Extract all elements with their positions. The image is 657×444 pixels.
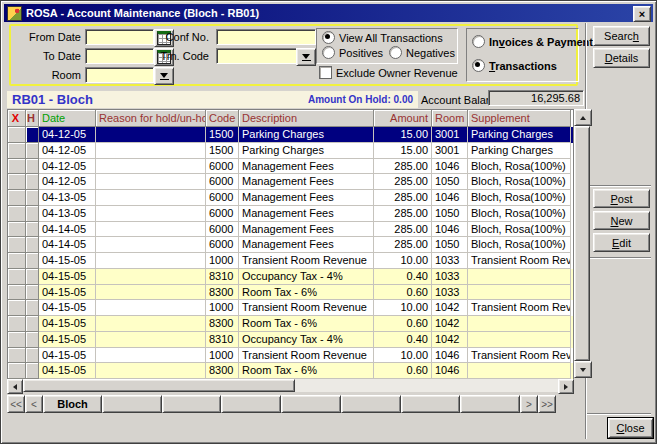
cell-supplement: Bloch, Rosa(100%) bbox=[468, 237, 571, 253]
cell-x bbox=[8, 159, 26, 175]
radio-transactions[interactable]: Transactions bbox=[472, 59, 557, 72]
table-row[interactable]: 04-14-056000Management Fees285.001046Blo… bbox=[8, 222, 573, 238]
first-account-button[interactable]: << bbox=[7, 395, 25, 413]
account-tab-empty[interactable] bbox=[102, 395, 162, 413]
panel-divider bbox=[587, 257, 651, 259]
cell-supplement bbox=[468, 285, 571, 301]
table-row[interactable]: 04-15-058300Room Tax - 6%0.601046 bbox=[8, 363, 573, 379]
title-bar[interactable]: ROSA - Account Maintenance (Bloch - RB01… bbox=[4, 4, 653, 22]
vertical-scrollbar-thumb[interactable] bbox=[574, 126, 590, 361]
cell-description: Occupancy Tax - 4% bbox=[239, 332, 374, 348]
cell-amount: 15.00 bbox=[374, 127, 432, 143]
cell-reason bbox=[96, 253, 206, 269]
new-button[interactable]: New bbox=[593, 211, 650, 230]
cell-room: 1046 bbox=[432, 363, 468, 379]
cell-amount: 0.60 bbox=[374, 316, 432, 332]
radio-label: Transactions bbox=[489, 60, 557, 72]
window-close-icon[interactable]: × bbox=[633, 6, 651, 22]
prev-account-button[interactable]: < bbox=[25, 395, 43, 413]
radio-view-all-transactions[interactable]: View All Transactions bbox=[322, 31, 443, 44]
scroll-left-icon[interactable] bbox=[7, 379, 23, 394]
scroll-right-icon[interactable] bbox=[558, 379, 574, 394]
details-button[interactable]: Details bbox=[593, 48, 650, 68]
radio-negatives[interactable]: Negatives bbox=[389, 46, 455, 59]
cell-code: 6000 bbox=[206, 206, 239, 222]
column-header-h: H bbox=[26, 110, 39, 127]
table-row[interactable]: 04-12-056000Management Fees285.001046Blo… bbox=[8, 159, 573, 175]
vertical-scrollbar[interactable] bbox=[574, 109, 590, 378]
table-row[interactable]: 04-15-051000Transient Room Revenue10.001… bbox=[8, 300, 573, 316]
horizontal-scrollbar-track[interactable] bbox=[295, 379, 558, 392]
account-tab-bloch[interactable]: Bloch bbox=[43, 395, 102, 413]
table-row[interactable]: 04-15-058310Occupancy Tax - 4%0.401042 bbox=[8, 332, 573, 348]
table-row[interactable]: 04-12-051500Parking Charges15.003001Park… bbox=[8, 127, 573, 143]
table-row[interactable]: 04-15-058310Occupancy Tax - 4%0.401033 bbox=[8, 269, 573, 285]
cell-room: 3001 bbox=[432, 143, 468, 159]
trn-code-dropdown-icon[interactable] bbox=[296, 48, 316, 66]
account-tab-empty[interactable] bbox=[401, 395, 461, 413]
last-account-button[interactable]: >> bbox=[538, 395, 556, 413]
panel-divider bbox=[587, 413, 651, 415]
account-tab-empty[interactable] bbox=[162, 395, 222, 413]
table-row[interactable]: 04-14-056000Management Fees285.001050Blo… bbox=[8, 237, 573, 253]
table-row[interactable]: 04-15-058300Room Tax - 6%0.601033 bbox=[8, 285, 573, 301]
account-tab-empty[interactable] bbox=[341, 395, 401, 413]
table-row[interactable]: 04-15-051000Transient Room Revenue10.001… bbox=[8, 348, 573, 364]
horizontal-scrollbar-thumb[interactable] bbox=[23, 379, 295, 392]
radio-positives[interactable]: Positives bbox=[322, 46, 383, 59]
room-dropdown-icon[interactable] bbox=[154, 67, 174, 85]
cell-reason bbox=[96, 143, 206, 159]
close-button[interactable]: Close bbox=[608, 418, 653, 438]
exclude-owner-revenue-checkbox[interactable]: Exclude Owner Revenue bbox=[319, 66, 458, 79]
cell-code: 1000 bbox=[206, 348, 239, 364]
search-button[interactable]: Search bbox=[593, 26, 650, 46]
cell-room: 1046 bbox=[432, 190, 468, 206]
radio-invoices-payments[interactable]: Invoices & Payments bbox=[472, 35, 599, 48]
trn-code-label: Trn. Code bbox=[139, 50, 209, 62]
post-button[interactable]: Post bbox=[593, 189, 650, 208]
transactions-table: XHDateReason for hold/un-holdCodeDescrip… bbox=[7, 109, 574, 380]
cell-supplement: Transient Room Revenue bbox=[468, 253, 571, 269]
cell-code: 8300 bbox=[206, 285, 239, 301]
cell-supplement: Transient Room Revenue bbox=[468, 348, 571, 364]
edit-button[interactable]: Edit bbox=[593, 233, 650, 252]
cell-amount: 15.00 bbox=[374, 143, 432, 159]
cell-amount: 285.00 bbox=[374, 174, 432, 190]
trn-code-input[interactable] bbox=[216, 48, 298, 64]
panel-divider bbox=[587, 185, 651, 187]
account-tab-empty[interactable] bbox=[221, 395, 281, 413]
account-header-band: RB01 - Bloch Amount On Hold: 0.00 bbox=[7, 91, 418, 108]
cell-code: 6000 bbox=[206, 159, 239, 175]
scroll-up-icon[interactable] bbox=[574, 109, 592, 126]
cell-room: 1042 bbox=[432, 316, 468, 332]
cell-reason bbox=[96, 348, 206, 364]
cell-code: 8310 bbox=[206, 269, 239, 285]
cell-x bbox=[8, 348, 26, 364]
table-row[interactable]: 04-12-056000Management Fees285.001050Blo… bbox=[8, 174, 573, 190]
cell-description: Transient Room Revenue bbox=[239, 253, 374, 269]
cell-room: 1050 bbox=[432, 206, 468, 222]
cell-room: 3001 bbox=[432, 127, 468, 143]
table-row[interactable]: 04-13-056000Management Fees285.001046Blo… bbox=[8, 190, 573, 206]
account-tab-empty[interactable] bbox=[460, 395, 520, 413]
cell-description: Room Tax - 6% bbox=[239, 316, 374, 332]
cell-code: 1000 bbox=[206, 253, 239, 269]
scroll-down-icon[interactable] bbox=[574, 361, 592, 378]
table-row[interactable]: 04-13-056000Management Fees285.001050Blo… bbox=[8, 206, 573, 222]
conf-no-input[interactable] bbox=[216, 29, 316, 45]
room-input[interactable] bbox=[85, 67, 154, 83]
cell-h bbox=[26, 127, 39, 143]
table-row[interactable]: 04-15-051000Transient Room Revenue10.001… bbox=[8, 253, 573, 269]
next-account-button[interactable]: > bbox=[520, 395, 538, 413]
account-tab-empty[interactable] bbox=[281, 395, 341, 413]
cell-reason bbox=[96, 363, 206, 379]
table-row[interactable]: 04-12-051500Parking Charges15.003001Park… bbox=[8, 143, 573, 159]
cell-description: Management Fees bbox=[239, 190, 374, 206]
view-filter-group: View All Transactions Positives Negative… bbox=[316, 28, 458, 64]
cell-description: Occupancy Tax - 4% bbox=[239, 269, 374, 285]
cell-room: 1046 bbox=[432, 222, 468, 238]
table-row[interactable]: 04-15-058300Room Tax - 6%0.601042 bbox=[8, 316, 573, 332]
horizontal-scrollbar[interactable] bbox=[7, 379, 574, 392]
cell-amount: 0.40 bbox=[374, 332, 432, 348]
column-header-description: Description bbox=[239, 110, 374, 127]
